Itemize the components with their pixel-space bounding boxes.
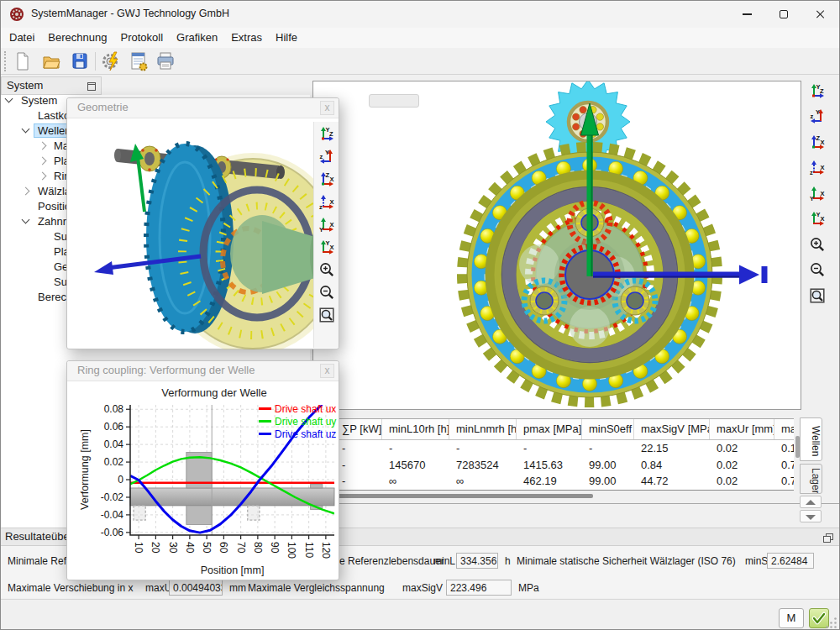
m-mode-button[interactable]: M <box>779 608 804 628</box>
maximize-button[interactable] <box>765 1 802 28</box>
result-mins-field[interactable]: 2.62484 <box>767 553 814 569</box>
tab-scroll-up-button[interactable] <box>800 496 822 508</box>
view-xz-button[interactable]: zX <box>317 192 337 213</box>
table-header-col-5[interactable]: maxSigV [MPa] <box>634 419 710 439</box>
chevron-down-icon[interactable] <box>22 216 30 224</box>
view-yz-button[interactable]: YZ <box>806 80 829 103</box>
result-maxsigv-field[interactable]: 223.496 <box>446 580 512 596</box>
new-document-button[interactable] <box>11 50 34 74</box>
svg-text:40: 40 <box>184 542 196 554</box>
print-button[interactable] <box>154 50 177 74</box>
view-yx-icon: YX <box>809 210 826 227</box>
tab-wellen[interactable]: Wellen <box>800 417 822 461</box>
chart-window[interactable]: Ring coupling: Verformung der Welle x Ve… <box>66 360 339 580</box>
zoom-fit-button[interactable] <box>317 306 337 326</box>
menu-item-protokoll[interactable]: Protokoll <box>113 28 170 48</box>
table-header-col-1[interactable]: minL10rh [h] <box>382 419 449 439</box>
table-cell: 145670 <box>382 458 449 475</box>
legend-label: Drive shaft uy <box>275 416 336 428</box>
view-xz-button[interactable]: zX <box>806 157 829 181</box>
detached-window-tab[interactable] <box>369 94 419 108</box>
zoom-out-button[interactable] <box>806 260 829 283</box>
result-reflife-label: e Referenzlebensdauer <box>339 555 444 567</box>
title-bar: SystemManager - GWJ Technology GmbH <box>1 1 839 28</box>
chevron-down-icon[interactable] <box>22 125 30 134</box>
menu-item-hilfe[interactable]: Hilfe <box>269 28 304 48</box>
menu-item-extras[interactable]: Extras <box>224 28 269 48</box>
main-3d-canvas[interactable] <box>312 81 801 410</box>
zoom-out-button[interactable] <box>317 283 337 303</box>
menu-item-datei[interactable]: Datei <box>3 28 41 48</box>
close-button[interactable] <box>802 1 839 28</box>
calculate-button[interactable] <box>100 50 123 74</box>
view-xy-button[interactable]: YX <box>806 182 829 206</box>
view-yx-button[interactable]: YX <box>317 238 337 258</box>
tab-wellen-label: Wellen <box>810 426 822 456</box>
chevron-right-icon[interactable] <box>39 157 47 165</box>
chevron-right-icon[interactable] <box>39 142 47 150</box>
float-panel-icon[interactable] <box>822 533 834 543</box>
view-xy-icon: YX <box>318 216 335 233</box>
view-yx-button[interactable]: YX <box>806 208 829 232</box>
chevron-down-icon[interactable] <box>5 95 13 103</box>
view-zx-button[interactable]: ZX <box>317 170 337 190</box>
table-header-col-2[interactable]: minLnmrh [h] <box>449 419 517 439</box>
new-document-icon <box>12 50 34 72</box>
result-minl-field[interactable]: 334.356 <box>456 553 498 569</box>
panel-splitter[interactable] <box>312 503 840 504</box>
table-header-col-4[interactable]: minS0eff <box>582 419 634 439</box>
table-cell: 22.15 <box>634 441 710 458</box>
chevron-right-icon[interactable] <box>22 187 30 196</box>
table-cell: 0.73 <box>774 458 794 475</box>
svg-text:0.02: 0.02 <box>104 456 124 468</box>
table-row-2[interactable]: -∞∞462.1999.0044.720.020.72 <box>335 474 794 491</box>
geometrie-close-button[interactable]: x <box>320 101 334 115</box>
table-horizontal-scrollbar[interactable] <box>338 494 593 498</box>
view-zy-button[interactable]: zY <box>317 147 337 167</box>
table-row-0[interactable]: -----22.150.020.12 <box>335 441 794 458</box>
zoom-fit-button[interactable] <box>806 285 829 308</box>
legend-line-swatch <box>259 433 271 435</box>
svg-text:X: X <box>330 244 334 251</box>
geometrie-window-titlebar[interactable]: Geometrie x <box>67 98 339 118</box>
save-file-button[interactable] <box>68 50 92 74</box>
table-header-col-0[interactable]: ∑P [kW] <box>335 419 382 439</box>
svg-text:10: 10 <box>133 542 144 554</box>
result-maxu-symbol: maxU <box>145 582 171 594</box>
chart-window-titlebar[interactable]: Ring coupling: Verformung der Welle x <box>67 361 339 381</box>
svg-text:0: 0 <box>118 474 123 486</box>
tab-lager[interactable]: Lager <box>800 464 822 494</box>
pin-panel-icon[interactable] <box>87 81 97 92</box>
chevron-right-icon[interactable] <box>39 172 47 181</box>
table-header-col-6[interactable]: maxUr [mm] <box>710 419 774 439</box>
tab-scroll-down-button[interactable] <box>800 510 822 522</box>
resize-grip[interactable] <box>825 617 837 629</box>
table-header-col-7[interactable]: ma <box>774 419 794 439</box>
table-cell: 0.02 <box>710 441 774 458</box>
table-cell: 0.84 <box>634 458 710 475</box>
view-tool-strip: YZzYZXzXYXYX <box>806 80 829 311</box>
table-row-1[interactable]: -14567072835241415.6399.000.840.020.73 <box>335 458 794 475</box>
view-zx-icon: ZX <box>318 171 335 187</box>
menu-item-grafiken[interactable]: Grafiken <box>170 28 224 48</box>
table-header-col-3[interactable]: pmax [MPa] <box>517 419 582 439</box>
minimize-button[interactable] <box>728 1 765 28</box>
menu-bar: DateiBerechnungProtokollGrafikenExtrasHi… <box>1 28 839 48</box>
print-icon <box>155 50 176 72</box>
zoom-in-button[interactable] <box>317 260 337 281</box>
open-file-button[interactable] <box>39 50 63 74</box>
status-bar: M <box>1 599 839 630</box>
result-maxu-field[interactable]: 0.00494033 <box>169 580 223 596</box>
menu-item-berechnung[interactable]: Berechnung <box>41 28 113 48</box>
chart-close-button[interactable]: x <box>320 364 334 378</box>
geometrie-3d-view[interactable] <box>67 122 314 349</box>
result-mins-symbol: minS <box>745 555 768 567</box>
geometrie-window[interactable]: Geometrie x <box>66 97 339 349</box>
view-yz-button[interactable]: YZ <box>317 124 337 144</box>
view-xy-button[interactable]: YX <box>317 215 337 235</box>
zoom-in-button[interactable] <box>806 234 829 257</box>
view-zx-button[interactable]: ZX <box>806 131 829 155</box>
toolbar-grip[interactable] <box>4 51 6 71</box>
report-settings-button[interactable] <box>127 50 150 74</box>
view-zy-button[interactable]: zY <box>806 106 829 129</box>
